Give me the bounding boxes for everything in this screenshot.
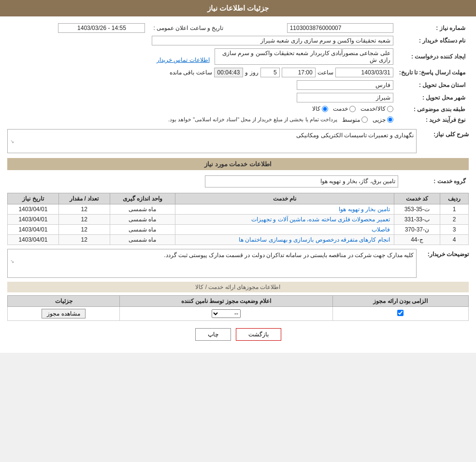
page-title: جزئیات اطلاعات نیاز	[207, 4, 269, 12]
col-code: کد خدمت	[394, 193, 440, 204]
col-unit: واحد اندازه گیری	[110, 193, 175, 204]
page-wrapper: جزئیات اطلاعات نیاز شماره نیاز : 1103003…	[0, 0, 476, 353]
cell-date: 1403/04/01	[8, 204, 59, 214]
table-row: 1 ت-35-353 تامین بخار و تهویه هوا ماه شم…	[8, 204, 469, 214]
buyer-org-value: شعبه تحقیقات واکسن و سرم سازی رازی شعبه …	[8, 35, 396, 46]
creator-value: علی شجاعی منصورآبادی کاربردار شعبه تحقیق…	[8, 47, 396, 66]
deadline-time-input: 17:00	[282, 68, 316, 77]
service-name-link[interactable]: فاصلاب	[372, 226, 390, 233]
service-group-table: گروه خدمت : تامین برق، گاز، بخار و تهویه…	[7, 174, 469, 189]
col-row: ردیف	[440, 193, 468, 204]
permit-col-details: جزئیات	[8, 295, 120, 306]
purchase-type-label: نوع فرآیند خرید :	[397, 116, 468, 124]
need-description-text: نگهداری و تعمیرات تاسیسات الکتریکی ومکان…	[296, 132, 414, 139]
need-number-label: شماره نیاز :	[397, 22, 468, 34]
creator-label: ایجاد کننده درخواست :	[397, 47, 468, 66]
remaining-label: ساعت باقی مانده	[170, 69, 212, 76]
cell-name: فاصلاب	[175, 224, 394, 234]
cell-unit: ماه شمسی	[110, 224, 175, 234]
cell-code: ج-44	[394, 234, 440, 245]
time-label: ساعت	[317, 69, 333, 76]
cell-row: 3	[440, 224, 468, 234]
col-qty: تعداد / مقدار	[58, 193, 110, 204]
cell-name: انجام کارهای متفرقه درخصوص بازسازی و بهس…	[175, 234, 394, 245]
radio-khedmat-input[interactable]	[349, 106, 356, 112]
permits-table: الزامی بودن ارائه مجوز اعلام وضعیت مجوز …	[7, 295, 469, 321]
table-row: 3 ن-37-370 فاصلاب ماه شمسی 12 1403/04/01	[8, 224, 469, 234]
radio-jozei-label: جزیی	[373, 116, 386, 123]
permit-status-cell: --	[120, 306, 333, 320]
resize-handle: ↘	[10, 139, 414, 144]
cell-name: تامین بخار و تهویه هوا	[175, 204, 394, 214]
need-desc-label: شرح کلی نیاز:	[420, 129, 469, 138]
radio-kala-khedmat[interactable]: کالا/خدمت	[361, 105, 393, 112]
radio-kala-khedmat-input[interactable]	[387, 106, 393, 112]
back-button[interactable]: بازگشت	[236, 328, 281, 341]
view-permit-button[interactable]: مشاهده مجوز	[42, 309, 85, 318]
service-group-value: تامین برق، گاز، بخار و تهویه هوا	[205, 175, 398, 188]
radio-motavasset-input[interactable]	[361, 116, 368, 123]
cell-unit: ماه شمسی	[110, 204, 175, 214]
service-table: ردیف کد خدمت نام خدمت واحد اندازه گیری ت…	[7, 193, 469, 245]
cell-row: 4	[440, 234, 468, 245]
deadline-timer: 00:04:43	[214, 68, 244, 77]
province-label: استان محل تحویل :	[397, 79, 468, 91]
permit-details-cell: مشاهده مجوز	[8, 306, 120, 320]
deadline-days-input: 5	[260, 68, 280, 77]
buyer-notes-section: توضیحات خریدار: کلیه مدارک جهت شرکت در م…	[7, 249, 469, 278]
service-name-link[interactable]: انجام کارهای متفرقه درخصوص بازسازی و بهس…	[239, 236, 390, 243]
radio-jozei-input[interactable]	[387, 116, 393, 123]
province-input: فارس	[297, 80, 393, 90]
cell-code: ب-33-331	[394, 214, 440, 224]
buyer-notes-box: کلیه مدارک جهت شرکت در مناقصه بایستی در …	[7, 249, 417, 278]
announce-date-value: 1403/03/26 - 14:55	[8, 22, 147, 34]
cell-date: 1403/04/01	[8, 234, 59, 245]
cell-code: ت-35-353	[394, 204, 440, 214]
service-info-header: اطلاعات خدمات مورد نیاز	[7, 158, 469, 170]
table-row: 2 ب-33-331 تعمیر محصولات فلزی ساخته شده،…	[8, 214, 469, 224]
cell-row: 1	[440, 204, 468, 214]
radio-motavasset-label: متوسط	[342, 116, 360, 123]
radio-khedmat[interactable]: خدمت	[333, 105, 356, 112]
cell-qty: 12	[58, 214, 110, 224]
buyer-notes-text: کلیه مدارک جهت شرکت در مناقصه بایستی در …	[164, 252, 414, 259]
buyer-notes-label: توضیحات خریدار:	[420, 249, 469, 258]
need-number-value: 1103003876000007	[227, 22, 395, 34]
buyer-org-label: نام دستگاه خریدار :	[397, 35, 468, 46]
radio-kala-label: کالا	[312, 105, 320, 112]
service-name-link[interactable]: تامین بخار و تهویه هوا	[339, 206, 389, 213]
permits-section-title: اطلاعات مجوزهای ارائه خدمت / کالا	[7, 282, 469, 292]
col-name: نام خدمت	[175, 193, 394, 204]
city-input: شیراز	[297, 93, 393, 102]
cell-row: 2	[440, 214, 468, 224]
service-name-link[interactable]: تعمیر محصولات فلزی ساخته شده، ماشین آلات…	[251, 216, 390, 223]
radio-kala[interactable]: کالا	[312, 105, 328, 112]
table-row: -- مشاهده مجوز	[8, 306, 469, 320]
radio-motavasset[interactable]: متوسط	[342, 116, 368, 123]
permit-col-required: الزامی بودن ارائه مجوز	[332, 295, 468, 306]
resize-handle2: ↘	[10, 259, 414, 264]
permit-col-status: اعلام وضعیت مجوز توسط نامین کننده	[120, 295, 333, 306]
radio-kala-input[interactable]	[322, 106, 328, 112]
service-group-label: گروه خدمت :	[401, 174, 469, 189]
cell-qty: 12	[58, 204, 110, 214]
permit-status-select[interactable]: --	[212, 309, 241, 318]
announce-date-input: 1403/03/26 - 14:55	[58, 23, 145, 33]
creator-contact-link[interactable]: اطلاعات تماس خریدار	[157, 57, 210, 63]
permit-required-cell	[332, 306, 468, 320]
need-description-box: نگهداری و تعمیرات تاسیسات الکتریکی ومکان…	[7, 129, 417, 153]
col-date: تاریخ نیاز	[8, 193, 59, 204]
permit-required-checkbox[interactable]	[397, 310, 404, 316]
subject-type-label: طبقه بندی موضوعی :	[397, 104, 468, 115]
send-deadline-value: 1403/03/31 ساعت 17:00 5 روز و 00:04:43 س…	[8, 67, 396, 78]
print-button[interactable]: چاپ	[195, 328, 231, 341]
radio-jozei[interactable]: جزیی	[373, 116, 393, 123]
buyer-org-input: شعبه تحقیقات واکسن و سرم سازی رازی شعبه …	[152, 36, 393, 45]
deadline-date-input: 1403/03/31	[335, 68, 393, 77]
page-header: جزئیات اطلاعات نیاز	[0, 0, 476, 16]
main-content: شماره نیاز : 1103003876000007 تاریخ و سا…	[0, 16, 476, 353]
need-description-section: شرح کلی نیاز: نگهداری و تعمیرات تاسیسات …	[7, 129, 469, 153]
send-deadline-label: مهلت ارسال پاسخ: تا تاریخ:	[397, 67, 468, 78]
cell-unit: ماه شمسی	[110, 214, 175, 224]
top-info-table: شماره نیاز : 1103003876000007 تاریخ و سا…	[7, 21, 469, 125]
